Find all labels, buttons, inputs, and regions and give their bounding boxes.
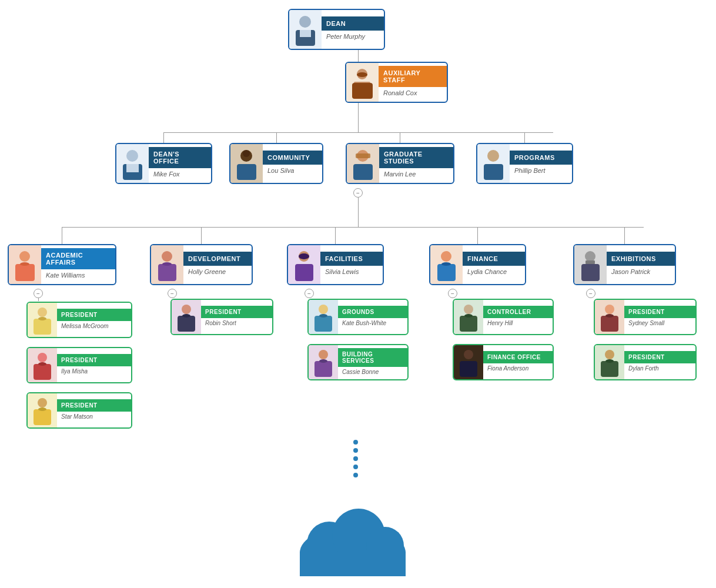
auxiliary-name: Ronald Cox bbox=[379, 87, 447, 99]
line-to-dev bbox=[201, 227, 202, 244]
exhibitions-node[interactable]: EXHIBITIONS Jason Patrick bbox=[573, 244, 676, 285]
pres-sydney-name: Sydney Small bbox=[624, 318, 695, 328]
pres-robin-info: PRESIDENT Robin Short bbox=[201, 306, 272, 328]
academic-name: Kate Williams bbox=[41, 269, 115, 281]
pres-dylan-node[interactable]: PRESIDENT Dylan Forth bbox=[594, 344, 697, 380]
pres-melissa-node[interactable]: PRESIDENT Melissa McGroom bbox=[26, 302, 132, 338]
academic-title: ACADEMIC AFFAIRS bbox=[41, 248, 115, 269]
auxiliary-avatar bbox=[346, 62, 379, 103]
collapse-level2[interactable]: − bbox=[353, 188, 363, 198]
grounds-node[interactable]: GROUNDS Kate Bush-White bbox=[307, 299, 409, 335]
pres-sydney-title: PRESIDENT bbox=[624, 306, 695, 318]
finance-name: Lydia Chance bbox=[463, 266, 525, 278]
pres-melissa-info: PRESIDENT Melissa McGroom bbox=[57, 309, 131, 331]
graduate-node[interactable]: GRADUATE STUDIES Marvin Lee bbox=[346, 143, 454, 184]
grounds-title: GROUNDS bbox=[338, 306, 407, 318]
programs-name: Phillip Bert bbox=[510, 165, 572, 176]
programs-node[interactable]: PROGRAMS Phillip Bert bbox=[476, 143, 573, 184]
community-avatar bbox=[230, 143, 263, 184]
collapse-fin[interactable]: − bbox=[448, 289, 457, 298]
collapse-academic[interactable]: − bbox=[34, 289, 43, 298]
graduate-title: GRADUATE STUDIES bbox=[379, 147, 453, 168]
collapse-exh[interactable]: − bbox=[586, 289, 595, 298]
svg-point-35 bbox=[38, 317, 46, 320]
facilities-title: FACILITIES bbox=[320, 252, 383, 266]
pres-sydney-info: PRESIDENT Sydney Small bbox=[624, 306, 695, 328]
line-dean-aux bbox=[358, 50, 359, 62]
line-level2-h bbox=[163, 132, 553, 133]
pres-dylan-info: PRESIDENT Dylan Forth bbox=[624, 351, 695, 373]
community-node[interactable]: COMMUNITY Lou Silva bbox=[229, 143, 323, 184]
svg-rect-5 bbox=[352, 83, 373, 99]
line-to-community bbox=[276, 132, 277, 143]
svg-point-47 bbox=[319, 314, 327, 318]
svg-point-53 bbox=[464, 314, 473, 318]
svg-point-20 bbox=[20, 262, 29, 266]
academic-avatar bbox=[9, 244, 41, 285]
svg-rect-43 bbox=[178, 316, 195, 332]
svg-point-39 bbox=[38, 398, 47, 407]
svg-rect-49 bbox=[314, 361, 332, 377]
svg-point-30 bbox=[585, 251, 595, 262]
finance-node[interactable]: FINANCE Lydia Chance bbox=[429, 244, 526, 285]
svg-rect-40 bbox=[34, 409, 51, 425]
exhibitions-title: EXHIBITIONS bbox=[607, 252, 675, 266]
facilities-info: FACILITIES Silvia Lewis bbox=[320, 252, 383, 278]
grounds-name: Kate Bush-White bbox=[338, 318, 407, 328]
deans-office-title: DEAN'S OFFICE bbox=[149, 147, 211, 168]
svg-point-41 bbox=[38, 407, 46, 411]
cloud-icon bbox=[282, 500, 423, 579]
pres-sydney-node[interactable]: PRESIDENT Sydney Small bbox=[594, 299, 697, 335]
svg-point-61 bbox=[605, 359, 614, 363]
pres-ilya-info: PRESIDENT Ilya Misha bbox=[57, 354, 131, 376]
development-node[interactable]: DEVELOPMENT Holly Greene bbox=[150, 244, 253, 285]
development-name: Holly Greene bbox=[183, 266, 252, 278]
programs-title: PROGRAMS bbox=[510, 151, 572, 165]
deans-office-name: Mike Fox bbox=[149, 168, 211, 180]
collapse-fac[interactable]: − bbox=[305, 289, 314, 298]
auxiliary-title: AUXILIARY STAFF bbox=[379, 66, 447, 87]
svg-point-23 bbox=[162, 262, 172, 266]
svg-rect-32 bbox=[585, 260, 595, 264]
controller-node[interactable]: CONTROLLER Henry Hill bbox=[453, 299, 554, 335]
deans-office-node[interactable]: DEAN'S OFFICE Mike Fox bbox=[115, 143, 212, 184]
svg-point-27 bbox=[441, 251, 451, 262]
line-academic-children bbox=[38, 298, 39, 301]
finance-office-title: FINANCE OFFICE bbox=[483, 351, 553, 363]
community-info: COMMUNITY Lou Silva bbox=[263, 151, 322, 176]
dean-node[interactable]: DEAN Peter Murphy bbox=[288, 9, 385, 50]
svg-point-7 bbox=[126, 150, 138, 162]
pres-dylan-avatar bbox=[595, 344, 624, 380]
pres-melissa-name: Melissa McGroom bbox=[57, 321, 131, 331]
dean-info: DEAN Peter Murphy bbox=[322, 16, 384, 42]
deans-office-avatar bbox=[116, 143, 149, 184]
pres-robin-avatar bbox=[172, 299, 201, 335]
pres-melissa-title: PRESIDENT bbox=[57, 309, 131, 321]
academic-node[interactable]: ACADEMIC AFFAIRS Kate Williams bbox=[8, 244, 116, 285]
finance-title: FINANCE bbox=[463, 252, 525, 266]
finance-office-node[interactable]: FINANCE OFFICE Fiona Anderson bbox=[453, 344, 554, 380]
line-to-fac bbox=[335, 227, 336, 244]
exhibitions-info: EXHIBITIONS Jason Patrick bbox=[607, 252, 675, 278]
pres-dylan-title: PRESIDENT bbox=[624, 351, 695, 363]
svg-rect-2 bbox=[300, 30, 311, 37]
building-node[interactable]: BUILDING SERVICES Cassie Bonne bbox=[307, 344, 409, 380]
svg-point-48 bbox=[319, 350, 328, 359]
svg-rect-14 bbox=[353, 164, 373, 180]
collapse-dev[interactable]: − bbox=[168, 289, 177, 298]
auxiliary-node[interactable]: AUXILIARY STAFF Ronald Cox bbox=[345, 62, 448, 103]
svg-point-33 bbox=[38, 308, 47, 317]
svg-point-42 bbox=[182, 305, 191, 314]
building-title: BUILDING SERVICES bbox=[338, 348, 407, 367]
dean-avatar bbox=[289, 9, 322, 50]
programs-info: PROGRAMS Phillip Bert bbox=[510, 151, 572, 176]
pres-ilya-node[interactable]: PRESIDENT Ilya Misha bbox=[26, 347, 132, 383]
facilities-node[interactable]: FACILITIES Silvia Lewis bbox=[287, 244, 384, 285]
org-chart: − − − − − − DEAN Peter Murphy bbox=[0, 0, 716, 588]
svg-point-26 bbox=[299, 253, 309, 259]
pres-star-node[interactable]: PRESIDENT Star Matson bbox=[26, 392, 132, 429]
svg-point-50 bbox=[319, 359, 327, 363]
pres-robin-node[interactable]: PRESIDENT Robin Short bbox=[170, 299, 273, 335]
exhibitions-name: Jason Patrick bbox=[607, 266, 675, 278]
svg-rect-46 bbox=[314, 316, 332, 332]
